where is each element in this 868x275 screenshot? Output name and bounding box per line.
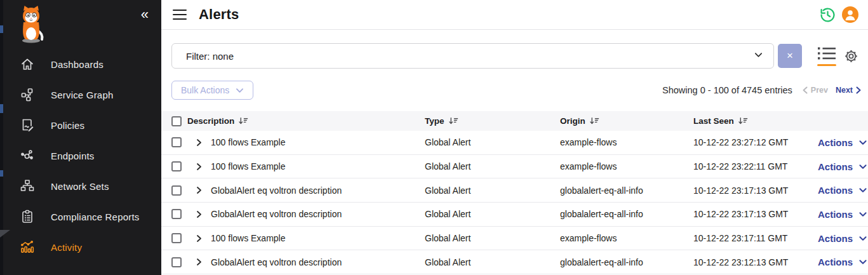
pagination: Showing 0 - 100 of 4745 entries Prev Nex… xyxy=(662,85,861,95)
filter-select[interactable]: Filter: none xyxy=(171,43,774,69)
sort-icon[interactable] xyxy=(239,117,248,125)
cell-type: Global Alert xyxy=(425,161,560,171)
sort-icon[interactable] xyxy=(590,117,599,125)
row-actions-button[interactable]: Actions xyxy=(814,161,868,172)
row-actions-button[interactable]: Actions xyxy=(814,233,868,244)
chevron-down-icon xyxy=(858,211,867,218)
prev-page-button[interactable]: Prev xyxy=(803,86,828,95)
sidebar-item-endpoints[interactable]: Endpoints xyxy=(0,140,161,171)
expand-row-button[interactable] xyxy=(196,234,211,243)
sidebar-item-dashboards[interactable]: Dashboards xyxy=(0,49,161,79)
chevron-right-icon xyxy=(196,186,202,194)
expand-row-button[interactable] xyxy=(196,210,211,218)
cell-last-seen: 10-12-22 23:17:13 GMT xyxy=(693,185,814,196)
row-checkbox[interactable] xyxy=(171,257,182,267)
main-content: Alerts xyxy=(161,0,868,275)
row-checkbox[interactable] xyxy=(171,233,182,243)
actions-label: Actions xyxy=(818,161,853,172)
table-row: 100 flows Example Global Alert example-f… xyxy=(161,131,868,155)
cell-last-seen: 10-12-22 23:22:11 GMT xyxy=(693,161,814,171)
table-toolbar: Bulk Actions Showing 0 - 100 of 4745 ent… xyxy=(161,81,868,100)
cell-last-seen: 10-12-22 23:17:11 GMT xyxy=(693,233,814,243)
clear-filter-button[interactable]: × xyxy=(778,44,802,68)
sidebar-item-service-graph[interactable]: Service Graph xyxy=(0,79,161,110)
chevron-right-icon xyxy=(196,234,202,243)
gear-icon xyxy=(843,48,859,64)
page-title: Alerts xyxy=(199,6,239,23)
column-header-type[interactable]: Type xyxy=(425,116,444,126)
cell-type: Global Alert xyxy=(425,257,560,267)
activity-icon xyxy=(20,240,34,254)
sort-icon[interactable] xyxy=(738,117,748,125)
table-row: GlobalAlert eq voltron description Globa… xyxy=(161,203,868,227)
sidebar-item-label: Activity xyxy=(51,242,82,253)
cell-origin: globalalert-eq-all-info xyxy=(560,185,693,196)
menu-icon[interactable] xyxy=(171,8,188,22)
column-header-origin[interactable]: Origin xyxy=(560,116,585,126)
actions-label: Actions xyxy=(818,137,853,148)
endpoints-icon xyxy=(20,149,34,163)
sidebar-item-policies[interactable]: Policies xyxy=(0,110,161,140)
settings-button[interactable] xyxy=(843,48,859,64)
bulk-actions-label: Bulk Actions xyxy=(181,85,229,95)
table-row: 100 flows Example Global Alert example-f… xyxy=(161,155,868,179)
sidebar: « Dashboards xyxy=(0,0,161,275)
history-button[interactable] xyxy=(819,6,836,23)
row-checkbox[interactable] xyxy=(171,209,182,219)
actions-label: Actions xyxy=(818,185,853,196)
expand-row-button[interactable] xyxy=(196,138,211,147)
list-icon xyxy=(817,46,836,61)
active-view-underline xyxy=(817,64,836,67)
sidebar-item-label: Endpoints xyxy=(51,151,95,161)
row-actions-button[interactable]: Actions xyxy=(814,137,868,148)
row-checkbox[interactable] xyxy=(171,161,182,171)
actions-label: Actions xyxy=(818,233,853,244)
sidebar-collapse-button[interactable]: « xyxy=(141,8,149,22)
cell-origin: globalalert-eq-all-info xyxy=(560,257,693,267)
chevron-down-icon xyxy=(236,87,244,94)
actions-label: Actions xyxy=(818,209,853,220)
cell-description: GlobalAlert eq voltron description xyxy=(211,209,425,219)
chevron-right-icon xyxy=(196,138,202,147)
row-actions-button[interactable]: Actions xyxy=(814,257,868,267)
row-actions-button[interactable]: Actions xyxy=(814,185,868,196)
row-checkbox[interactable] xyxy=(171,137,182,147)
expand-row-button[interactable] xyxy=(196,258,211,266)
cell-last-seen: 10-12-22 23:17:13 GMT xyxy=(693,209,814,219)
cell-origin: example-flows xyxy=(560,161,693,171)
cell-type: Global Alert xyxy=(425,209,560,219)
history-icon xyxy=(819,6,836,23)
chevron-down-icon xyxy=(858,258,867,265)
expand-row-button[interactable] xyxy=(196,163,211,171)
next-page-button[interactable]: Next xyxy=(836,86,861,95)
list-view-toggle[interactable] xyxy=(817,46,836,67)
calico-cat-logo xyxy=(17,5,46,43)
expand-row-button[interactable] xyxy=(196,186,211,194)
sort-icon[interactable] xyxy=(449,117,458,125)
sidebar-item-label: Policies xyxy=(51,120,84,131)
bulk-actions-button[interactable]: Bulk Actions xyxy=(171,81,253,100)
chevron-down-icon xyxy=(858,163,867,170)
sidebar-item-label: Service Graph xyxy=(51,90,113,100)
showing-entries-text: Showing 0 - 100 of 4745 entries xyxy=(662,85,792,95)
row-actions-button[interactable]: Actions xyxy=(814,209,868,220)
top-header: Alerts xyxy=(161,0,868,30)
filter-value: Filter: none xyxy=(186,51,234,62)
cell-description: 100 flows Example xyxy=(211,137,425,147)
sidebar-item-label: Network Sets xyxy=(51,181,109,192)
cell-description: 100 flows Example xyxy=(211,233,425,243)
cell-origin: globalalert-eq-all-info xyxy=(560,209,693,219)
compliance-reports-icon xyxy=(20,210,34,224)
cell-description: 100 flows Example xyxy=(211,161,425,171)
row-checkbox[interactable] xyxy=(171,185,182,196)
column-header-description[interactable]: Description xyxy=(187,116,234,126)
chevron-right-icon xyxy=(196,258,202,266)
sidebar-item-compliance-reports[interactable]: Compliance Reports xyxy=(0,201,161,232)
chevron-right-icon xyxy=(856,86,861,94)
user-avatar-button[interactable] xyxy=(842,6,858,23)
cell-description: GlobalAlert eq voltron description xyxy=(211,185,425,196)
sidebar-item-network-sets[interactable]: Network Sets xyxy=(0,171,161,201)
select-all-checkbox[interactable] xyxy=(171,116,182,126)
column-header-last-seen[interactable]: Last Seen xyxy=(693,116,734,126)
sidebar-item-cutoff xyxy=(0,258,161,262)
